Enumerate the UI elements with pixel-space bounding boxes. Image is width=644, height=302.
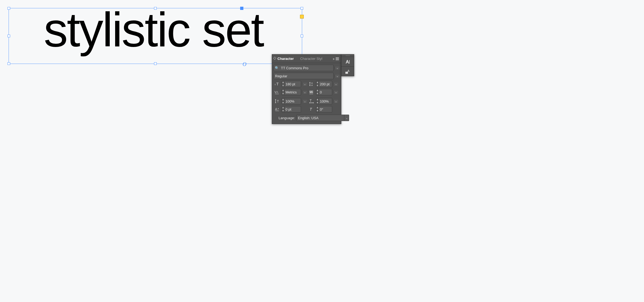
text-frame[interactable]: stylistic set O — [9, 8, 302, 64]
kerning-stepper[interactable]: ▲▼ — [282, 89, 284, 95]
svg-text:T: T — [310, 99, 312, 103]
vscale-icon: T — [274, 98, 281, 104]
panel-header: Character Character Styl ›› — [272, 54, 341, 63]
origin-marker: O — [243, 61, 246, 67]
language-select[interactable] — [297, 115, 344, 121]
font-size-icon: TT — [274, 81, 281, 87]
vscale-dropdown[interactable]: ⌄ — [302, 100, 307, 103]
svg-text:A: A — [346, 60, 349, 64]
font-family-input[interactable] — [280, 65, 333, 71]
svg-text:a: a — [278, 108, 279, 110]
leading-icon: AA — [308, 81, 315, 87]
panel-menu-icon[interactable] — [336, 57, 341, 60]
font-family-dropdown[interactable]: ⌄ — [335, 67, 339, 70]
font-style-input[interactable] — [274, 73, 333, 79]
handle-tm[interactable] — [154, 7, 157, 10]
panel-dock: A A — [341, 54, 354, 76]
svg-text:T: T — [277, 100, 279, 103]
leading-dropdown[interactable]: ⌄ — [333, 83, 338, 86]
svg-text:A: A — [275, 107, 277, 111]
vscale-stepper[interactable]: ▲▼ — [282, 98, 284, 104]
font-size-dropdown[interactable]: ⌄ — [302, 83, 307, 86]
hscale-dropdown[interactable]: ⌄ — [333, 100, 338, 103]
handle-mr[interactable] — [301, 35, 303, 37]
tracking-input[interactable] — [319, 89, 366, 95]
hscale-input[interactable] — [319, 98, 366, 104]
character-dock-icon[interactable]: A — [341, 57, 354, 66]
leading-input[interactable] — [319, 81, 366, 87]
char-styles-dock-icon[interactable]: A — [341, 66, 354, 76]
baseline-shift-icon: Aa — [274, 106, 281, 112]
tab-character-styles[interactable]: Character Styl — [297, 54, 325, 63]
tracking-stepper[interactable]: ▲▼ — [316, 89, 319, 95]
handle-bm[interactable] — [154, 62, 157, 65]
panel-body: 🔍 ⌄ ⌄ TT ▲▼ ⌄ AA ▲▼ — [272, 63, 341, 124]
svg-text:A: A — [311, 84, 313, 86]
kerning-icon: VA — [274, 89, 281, 95]
language-label: Language: — [279, 116, 295, 120]
svg-text:T: T — [276, 82, 279, 86]
svg-text:T: T — [275, 83, 276, 86]
out-port[interactable] — [300, 15, 304, 19]
kerning-dropdown[interactable]: ⌄ — [302, 91, 307, 94]
more-tabs-icon[interactable]: ›› — [331, 57, 336, 61]
handle-tl[interactable] — [8, 7, 10, 10]
leading-stepper[interactable]: ▲▼ — [316, 81, 319, 87]
hscale-stepper[interactable]: ▲▼ — [316, 98, 319, 104]
character-panel[interactable]: Character Character Styl ›› 🔍 ⌄ ⌄ TT — [272, 54, 341, 124]
svg-text:A: A — [276, 90, 279, 94]
tracking-icon: VA — [308, 89, 315, 95]
skew-input[interactable] — [319, 106, 366, 112]
skew-icon: T — [308, 106, 315, 112]
tracking-dropdown[interactable]: ⌄ — [333, 91, 338, 94]
svg-text:A: A — [347, 69, 350, 72]
font-style-dropdown[interactable]: ⌄ — [335, 75, 339, 78]
svg-text:VA: VA — [310, 91, 313, 93]
handle-bl[interactable] — [8, 62, 10, 65]
handle-tr[interactable] — [301, 7, 303, 10]
hscale-icon: T — [308, 98, 315, 104]
in-port[interactable] — [240, 7, 243, 10]
handle-ml[interactable] — [8, 35, 10, 37]
svg-text:T: T — [310, 107, 312, 111]
dock-grip[interactable] — [341, 54, 354, 57]
search-icon: 🔍 — [274, 65, 280, 71]
language-dropdown[interactable]: ⌄ — [344, 115, 349, 121]
baseline-stepper[interactable]: ▲▼ — [282, 106, 284, 112]
text-content[interactable]: stylistic set — [44, 2, 263, 57]
font-size-stepper[interactable]: ▲▼ — [282, 81, 284, 87]
skew-stepper[interactable]: ▲▼ — [316, 106, 319, 112]
